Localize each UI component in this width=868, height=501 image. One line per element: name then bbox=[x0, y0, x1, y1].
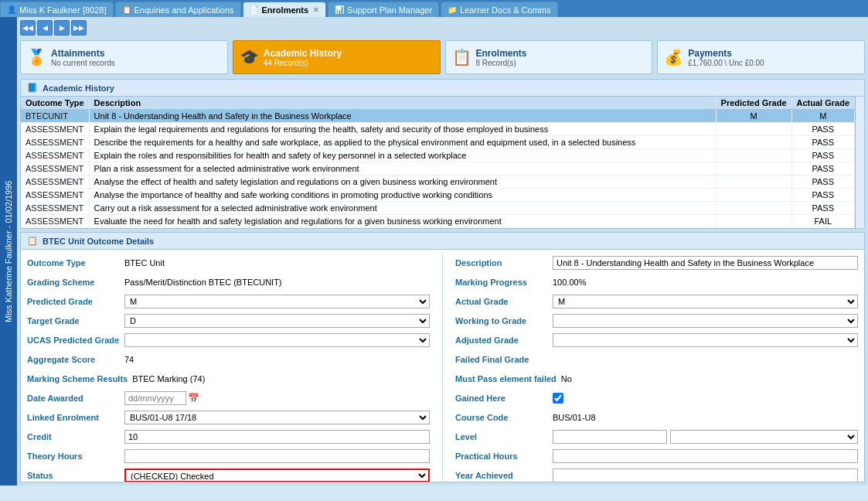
failed-final-row: Failed Final Grade bbox=[455, 351, 858, 368]
cell-description: Describe the requirements for a healthy … bbox=[89, 136, 716, 149]
tab-enrolments-close[interactable]: ✕ bbox=[313, 6, 319, 14]
table-row[interactable]: ASSESSMENT Describe the requirements for… bbox=[21, 136, 855, 149]
btec-form: Outcome Type BTEC Unit Grading Scheme Pa… bbox=[21, 250, 864, 482]
cell-predicted bbox=[716, 189, 791, 202]
table-row[interactable]: ASSESSMENT Evaluate the need for health … bbox=[21, 215, 855, 228]
level-inputs bbox=[553, 430, 858, 444]
tab-learner[interactable]: 👤 Miss K Faulkner [8028] bbox=[0, 2, 114, 17]
practical-hours-label: Practical Hours bbox=[455, 452, 548, 461]
linked-enrolment-select[interactable]: BUS/01-U8 17/18 bbox=[124, 411, 430, 424]
table-wrapper[interactable]: Outcome Type Description Predicted Grade… bbox=[21, 97, 855, 228]
status-select[interactable]: (CHECKED) Checked bbox=[124, 469, 430, 482]
tab-enquiries-label: Enquiries and Applications bbox=[134, 5, 234, 15]
year-achieved-row: Year Achieved bbox=[455, 467, 858, 482]
cell-actual: M bbox=[791, 110, 854, 123]
description-input[interactable] bbox=[553, 256, 858, 270]
cell-actual: FAIL bbox=[791, 215, 854, 228]
actual-grade-select[interactable]: M bbox=[553, 295, 858, 308]
level-label: Level bbox=[455, 432, 548, 441]
tab-enrolments[interactable]: 📄 Enrolments ✕ bbox=[243, 2, 327, 17]
tab-enquiries[interactable]: 📋 Enquiries and Applications bbox=[115, 2, 241, 17]
level-input-1[interactable] bbox=[553, 430, 667, 444]
cell-predicted bbox=[716, 176, 791, 189]
theory-hours-label: Theory Hours bbox=[27, 452, 120, 461]
table-scrollbar[interactable] bbox=[855, 97, 864, 228]
cell-description: Explain the legal requirements and regul… bbox=[89, 123, 716, 136]
tab-docs[interactable]: 📁 Learner Docs & Comms bbox=[441, 2, 557, 17]
support-icon: 📊 bbox=[335, 5, 344, 14]
predicted-grade-row: Predicted Grade M bbox=[27, 293, 430, 310]
nav-forward-button[interactable]: ▶▶ bbox=[71, 20, 87, 36]
cell-description: Carry out a risk assessment for a select… bbox=[89, 202, 716, 215]
qn-attainments[interactable]: 🏅 Attainments No current records bbox=[20, 40, 228, 74]
ucas-label: UCAS Predicted Grade bbox=[27, 336, 120, 345]
side-panel: Miss Katherine Faulkner - 01/02/1996 bbox=[0, 17, 17, 486]
cell-actual: PASS bbox=[791, 162, 854, 176]
cell-description: Unit 8 - Understanding Health and Safety… bbox=[89, 110, 716, 123]
academic-history-table: Outcome Type Description Predicted Grade… bbox=[21, 97, 855, 228]
marking-scheme-value: BTEC Marking (74) bbox=[132, 374, 430, 383]
target-grade-row: Target Grade D bbox=[27, 312, 430, 329]
qn-payments[interactable]: 💰 Payments £1,760.00 \ Unc £0.00 bbox=[657, 40, 865, 74]
academic-history-section: 📘 Academic History Outcome Type Descript… bbox=[20, 79, 865, 229]
col-predicted-grade: Predicted Grade bbox=[716, 97, 791, 110]
nav-next-button[interactable]: ▶ bbox=[54, 20, 70, 36]
practical-hours-input[interactable] bbox=[553, 449, 858, 463]
btec-detail-title: BTEC Unit Outcome Details bbox=[43, 237, 154, 246]
cell-description: Plan a risk assessment for a selected ad… bbox=[89, 162, 716, 176]
table-row[interactable]: ASSESSMENT Explain the roles and respons… bbox=[21, 149, 855, 162]
table-row[interactable]: ASSESSMENT Analyse the effect of health … bbox=[21, 176, 855, 189]
working-to-select[interactable] bbox=[553, 314, 858, 328]
side-panel-text: Miss Katherine Faulkner - 01/02/1996 bbox=[4, 180, 13, 322]
credit-label: Credit bbox=[27, 432, 120, 441]
level-row: Level bbox=[455, 428, 858, 445]
year-achieved-label: Year Achieved bbox=[455, 471, 548, 480]
credit-input[interactable] bbox=[124, 430, 430, 444]
content-area: ◀◀ ◀ ▶ ▶▶ 🏅 Attainments No current recor… bbox=[17, 17, 868, 486]
qn-enrolments[interactable]: 📋 Enrolments 8 Record(s) bbox=[445, 40, 653, 74]
target-grade-label: Target Grade bbox=[27, 316, 120, 325]
theory-hours-input[interactable] bbox=[124, 449, 430, 463]
aggregate-score-value: 74 bbox=[124, 355, 430, 364]
cell-actual: PASS bbox=[791, 136, 854, 149]
date-awarded-input[interactable] bbox=[124, 391, 186, 405]
nav-back-button[interactable]: ◀◀ bbox=[20, 20, 36, 36]
cell-outcome-type: ASSESSMENT bbox=[21, 149, 89, 162]
table-row[interactable]: ASSESSMENT Analyse the importance of hea… bbox=[21, 189, 855, 202]
attainments-subtitle: No current records bbox=[51, 59, 115, 67]
cell-actual: PASS bbox=[791, 202, 854, 215]
cell-outcome-type: BTECUNIT bbox=[21, 110, 89, 123]
ucas-select[interactable] bbox=[124, 333, 430, 347]
nav-prev-button[interactable]: ◀ bbox=[37, 20, 53, 36]
level-select[interactable] bbox=[670, 430, 858, 444]
table-row[interactable]: ASSESSMENT Carry out a risk assessment f… bbox=[21, 202, 855, 215]
gained-here-checkbox[interactable] bbox=[553, 393, 563, 404]
year-achieved-input[interactable] bbox=[553, 469, 858, 482]
tab-support[interactable]: 📊 Support Plan Manager bbox=[328, 2, 439, 17]
btec-header-icon: 📋 bbox=[27, 236, 38, 246]
calendar-icon[interactable]: 📅 bbox=[188, 393, 199, 404]
table-row[interactable]: ASSESSMENT Plan a risk assessment for a … bbox=[21, 162, 855, 176]
theory-hours-row: Theory Hours bbox=[27, 448, 430, 465]
col-outcome-type: Outcome Type bbox=[21, 97, 89, 110]
col-actual-grade: Actual Grade bbox=[791, 97, 854, 110]
tab-support-label: Support Plan Manager bbox=[347, 5, 432, 15]
target-grade-select[interactable]: D bbox=[124, 314, 430, 328]
table-row[interactable]: ASSESSMENT Explain the legal requirement… bbox=[21, 123, 855, 136]
btec-left-col: Outcome Type BTEC Unit Grading Scheme Pa… bbox=[27, 254, 430, 482]
predicted-grade-label: Predicted Grade bbox=[27, 297, 120, 306]
must-pass-value: No bbox=[561, 374, 858, 383]
adjusted-grade-label: Adjusted Grade bbox=[455, 336, 548, 345]
tab-learner-label: Miss K Faulkner [8028] bbox=[19, 5, 107, 15]
marking-scheme-label: Marking Scheme Results bbox=[27, 374, 128, 383]
cell-predicted bbox=[716, 123, 791, 136]
qn-academic-history[interactable]: 🎓 Academic History 44 Record(s) bbox=[233, 40, 441, 74]
cell-description: Analyse the effect of health and safety … bbox=[89, 176, 716, 189]
table-row[interactable]: BTECUNIT Unit 8 - Understanding Health a… bbox=[21, 110, 855, 123]
credit-row: Credit bbox=[27, 428, 430, 445]
predicted-grade-select[interactable]: M bbox=[124, 295, 430, 308]
payments-icon: 💰 bbox=[664, 48, 683, 66]
linked-enrolment-label: Linked Enrolment bbox=[27, 413, 120, 422]
adjusted-grade-select[interactable] bbox=[553, 333, 858, 347]
tabs-row: 👤 Miss K Faulkner [8028] 📋 Enquiries and… bbox=[0, 0, 868, 17]
